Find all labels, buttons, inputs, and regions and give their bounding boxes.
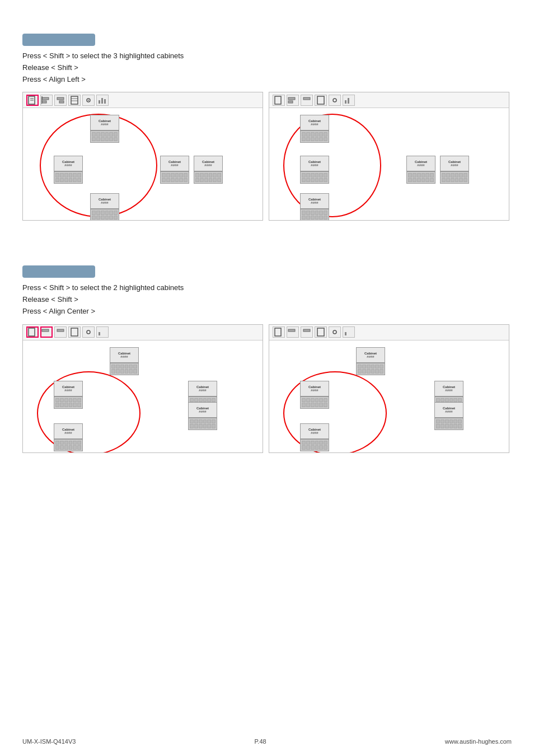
- cabinet-body: Cabinet ####: [300, 115, 329, 130]
- toolbar-icon-settings[interactable]: [82, 95, 95, 106]
- toolbar-icon-settings-r[interactable]: [329, 95, 341, 106]
- svg-rect-29: [99, 332, 100, 335]
- toolbar-icon-align-r-r[interactable]: [301, 95, 313, 106]
- toolbar-icon-page[interactable]: [26, 95, 39, 106]
- selection-oval-4: [283, 371, 387, 453]
- svg-rect-15: [104, 99, 106, 104]
- toolbar-icon-align-3[interactable]: [40, 326, 53, 338]
- cabinet-r1: Cabinet ####: [300, 115, 329, 143]
- svg-rect-19: [303, 97, 310, 100]
- cabinet-body: Cabinet ####: [90, 115, 119, 130]
- toolbar-icon-set-4[interactable]: [329, 326, 341, 338]
- toolbar-icon-page-3[interactable]: [26, 326, 39, 338]
- toolbar-icon-chart-4[interactable]: [343, 326, 355, 338]
- toolbar-icon-r3[interactable]: [54, 326, 67, 338]
- toolbar-icon-align-l-r[interactable]: [287, 95, 299, 106]
- cabinet-r2-2: Cabinet ####: [300, 381, 329, 409]
- toolbar-icon-chart-3[interactable]: [96, 326, 109, 338]
- instruction-line-4: Press < Shift > to select the 2 highligh…: [22, 282, 512, 294]
- cabinet-r2-4: Cabinet ####: [434, 402, 463, 430]
- svg-point-28: [87, 330, 90, 334]
- svg-rect-17: [288, 97, 295, 100]
- svg-rect-30: [275, 328, 281, 336]
- cabinet-body: Cabinet ####: [188, 402, 217, 418]
- instruction-block-2: Press < Shift > to select the 2 highligh…: [22, 282, 512, 317]
- toolbar-icon-chart-r[interactable]: [343, 95, 355, 106]
- section2-panel-right: Cabinet #### Cabinet: [269, 324, 509, 453]
- svg-rect-27: [71, 328, 78, 336]
- svg-rect-32: [303, 329, 310, 332]
- svg-rect-3: [42, 97, 49, 100]
- instruction-block-1: Press < Shift > to select the 3 highligh…: [22, 50, 512, 85]
- toolbar-icon-align-4[interactable]: [287, 326, 299, 338]
- cabinet-1: Cabinet ####: [90, 115, 119, 143]
- toolbar-icon-rack[interactable]: [68, 95, 81, 106]
- cabinet-rack: [54, 439, 83, 451]
- svg-rect-33: [317, 328, 324, 336]
- section1-panel-right: Cabinet #### Cabinet ####: [269, 92, 509, 221]
- cabinet-r2: Cabinet ####: [300, 156, 329, 184]
- cabinet-s1: Cabinet ####: [110, 347, 139, 375]
- toolbar-icon-align-left[interactable]: [40, 95, 53, 106]
- svg-rect-4: [42, 101, 46, 103]
- panel2-diagram: Cabinet #### Cabinet ####: [269, 108, 509, 220]
- footer-left: UM-X-ISM-Q414V3: [22, 738, 76, 745]
- toolbar-icon-chart[interactable]: [96, 95, 109, 106]
- page-footer: UM-X-ISM-Q414V3 P.48 www.austin-hughes.c…: [22, 738, 512, 745]
- svg-rect-7: [59, 101, 64, 103]
- cabinet-body: Cabinet ####: [406, 156, 435, 171]
- cabinet-s2: Cabinet ####: [54, 381, 83, 409]
- cabinet-rack: [300, 439, 329, 451]
- svg-point-34: [333, 330, 336, 334]
- toolbar-icon-page-r[interactable]: [273, 95, 285, 106]
- section-gap: [22, 243, 512, 254]
- svg-rect-35: [345, 332, 346, 335]
- svg-rect-31: [288, 329, 295, 332]
- instruction-line-2: Release < Shift >: [22, 62, 512, 74]
- cabinet-rack: [188, 418, 217, 430]
- step-label-1: [22, 34, 95, 46]
- cabinet-rack: [406, 171, 435, 184]
- panel4-diagram: Cabinet #### Cabinet: [269, 340, 509, 452]
- cabinet-rack: [300, 396, 329, 409]
- cabinet-rack: [110, 363, 139, 375]
- toolbar-icon-rack-3[interactable]: [68, 326, 81, 338]
- footer-center: P.48: [254, 738, 266, 745]
- instruction-line-3: Press < Align Left >: [22, 74, 512, 86]
- svg-rect-23: [348, 98, 349, 104]
- cabinet-rack: [300, 130, 329, 143]
- svg-rect-16: [275, 96, 281, 104]
- svg-rect-26: [57, 329, 64, 332]
- section2-panel-left: Cabinet #### Cabinet ####: [22, 324, 263, 453]
- cabinet-body: Cabinet ####: [110, 347, 139, 363]
- cabinet-body: Cabinet ####: [300, 381, 329, 396]
- toolbar-3: [23, 325, 263, 340]
- cabinet-5: Cabinet ####: [90, 193, 119, 221]
- toolbar-icon-page-4[interactable]: [273, 326, 285, 338]
- cabinet-rack: [434, 418, 463, 430]
- toolbar-icon-set-3[interactable]: [82, 326, 95, 338]
- cabinet-r3: Cabinet ####: [406, 156, 435, 184]
- toolbar-icon-rack-4[interactable]: [315, 326, 327, 338]
- svg-rect-6: [57, 97, 64, 100]
- cabinet-body: Cabinet ####: [434, 381, 463, 396]
- step-label-2: [22, 265, 95, 278]
- cabinet-body: Cabinet ####: [54, 423, 83, 439]
- svg-rect-13: [99, 100, 100, 104]
- footer-right: www.austin-hughes.com: [445, 738, 512, 745]
- cabinet-rack: [160, 171, 189, 184]
- selection-oval-3: [37, 371, 140, 453]
- section2-panels-row: Cabinet #### Cabinet ####: [22, 324, 512, 453]
- cabinet-4: Cabinet ####: [194, 156, 223, 184]
- cabinet-rack: [90, 130, 119, 143]
- cabinet-rack: [356, 363, 385, 375]
- toolbar-icon-r4[interactable]: [301, 326, 313, 338]
- toolbar-icon-rack-r[interactable]: [315, 95, 327, 106]
- svg-rect-20: [317, 96, 324, 104]
- cabinet-body: Cabinet ####: [54, 156, 83, 171]
- svg-rect-8: [71, 96, 78, 104]
- toolbar-icon-align-right[interactable]: [54, 95, 67, 106]
- cabinet-rack: [300, 209, 329, 221]
- cabinet-rack: [90, 209, 119, 221]
- panel1-diagram: Cabinet #### Cabinet ####: [23, 108, 263, 220]
